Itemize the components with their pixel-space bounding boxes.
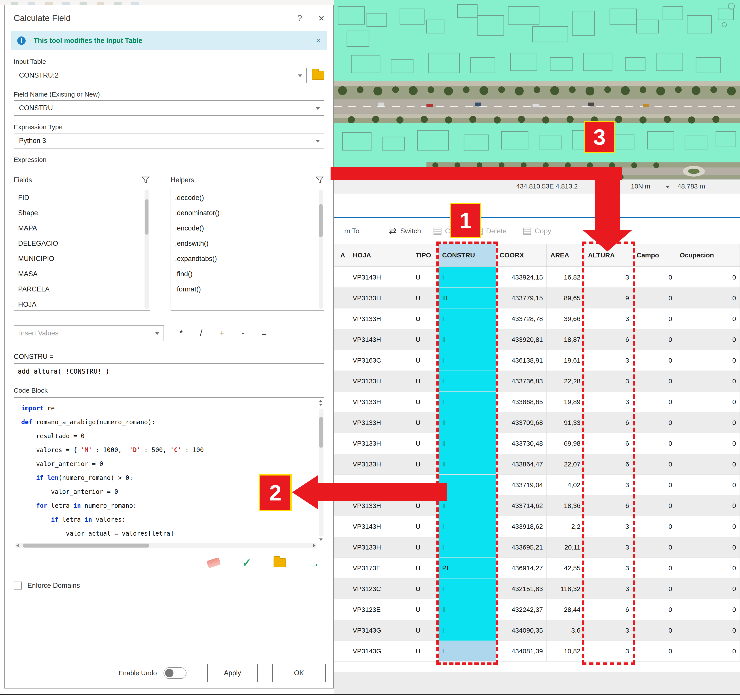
- cell-tipo[interactable]: U: [412, 412, 438, 433]
- table-row[interactable]: VP3133HUIII433779,1589,65900: [334, 288, 740, 309]
- cell-coorx[interactable]: 433920,81: [496, 329, 547, 350]
- cell-campo[interactable]: 0: [633, 309, 676, 329]
- table-row[interactable]: VP3143HUI433918,622,2300: [334, 516, 740, 537]
- cell-altura[interactable]: 3: [584, 558, 633, 578]
- cell-coorx[interactable]: 433918,62: [496, 516, 547, 537]
- cell-constru[interactable]: II: [438, 496, 496, 516]
- table-row[interactable]: VP3143GUI434090,353,6300: [334, 620, 740, 641]
- cell-tipo[interactable]: U: [412, 599, 438, 620]
- column-header-altura[interactable]: ALTURA: [584, 244, 633, 266]
- cell-altura[interactable]: 6: [584, 599, 633, 620]
- eraser-icon[interactable]: [206, 557, 221, 568]
- scroll-down-arrow-icon[interactable]: [319, 538, 322, 541]
- fields-scrollbar[interactable]: [144, 190, 149, 309]
- cell-area[interactable]: 4,02: [547, 475, 584, 495]
- cell-campo[interactable]: 0: [633, 558, 676, 578]
- toolbar-button-m-to[interactable]: m To: [344, 218, 359, 244]
- cell-tipo[interactable]: U: [412, 537, 438, 557]
- cell-a[interactable]: [334, 599, 349, 620]
- table-row[interactable]: VP3143HUI433924,1516,82300: [334, 267, 740, 288]
- cell-ocupacion[interactable]: 0: [676, 475, 740, 495]
- column-header-area[interactable]: AREA: [547, 244, 584, 266]
- cell-hoja[interactable]: VP3133H: [349, 433, 412, 454]
- cell-a[interactable]: [334, 620, 349, 641]
- scroll-left-arrow-icon[interactable]: [16, 544, 19, 547]
- helper-list-item[interactable]: .format(): [175, 281, 316, 297]
- operator-button[interactable]: /: [200, 328, 202, 338]
- import-folder-icon[interactable]: [274, 558, 286, 567]
- help-icon[interactable]: ?: [297, 13, 302, 23]
- cell-area[interactable]: 39,66: [547, 309, 584, 329]
- cell-campo[interactable]: 0: [633, 412, 676, 433]
- cell-ocupacion[interactable]: 0: [676, 391, 740, 412]
- filter-funnel-icon[interactable]: [141, 175, 150, 185]
- table-row[interactable]: VP3133HUI433695,2120,11300: [334, 537, 740, 558]
- cell-coorx[interactable]: 436914,27: [496, 558, 547, 578]
- map-scale[interactable]: 48,783 m: [677, 182, 705, 190]
- cell-coorx[interactable]: 433779,15: [496, 288, 547, 308]
- scrollbar-thumb[interactable]: [319, 417, 323, 448]
- cell-ocupacion[interactable]: 0: [676, 371, 740, 391]
- cell-hoja[interactable]: VP3133H: [349, 391, 412, 412]
- cell-ocupacion[interactable]: 0: [676, 578, 740, 599]
- cell-a[interactable]: [334, 537, 349, 557]
- field-list-item[interactable]: MAPA: [18, 221, 142, 236]
- helpers-list[interactable]: .decode().denominator().encode().endswit…: [171, 188, 324, 311]
- cell-area[interactable]: 22,07: [547, 454, 584, 474]
- banner-close-icon[interactable]: ×: [316, 36, 321, 46]
- table-row[interactable]: VP3143GUI434081,3910,82300: [334, 641, 740, 662]
- cell-altura[interactable]: 6: [584, 412, 633, 433]
- column-header-a[interactable]: A: [334, 244, 349, 266]
- cell-campo[interactable]: 0: [633, 537, 676, 557]
- cell-tipo[interactable]: U: [412, 496, 438, 516]
- toolbar-button-switch[interactable]: ⇄Switch: [389, 218, 421, 244]
- code-lines[interactable]: import redef romano_a_arabigo(numero_rom…: [14, 398, 317, 542]
- cell-constru[interactable]: II: [438, 433, 496, 454]
- cell-coorx[interactable]: 433924,15: [496, 267, 547, 287]
- cell-tipo[interactable]: U: [412, 371, 438, 391]
- cell-campo[interactable]: 0: [633, 350, 676, 371]
- table-row[interactable]: VP3133HUII433714,6218,36600: [334, 496, 740, 516]
- cell-hoja[interactable]: VP3133H: [349, 454, 412, 474]
- cell-ocupacion[interactable]: 0: [676, 496, 740, 516]
- input-table-select[interactable]: CONSTRU:2: [14, 68, 307, 83]
- cell-ocupacion[interactable]: 0: [676, 516, 740, 537]
- table-row[interactable]: VP3143HUII433920,8118,87600: [334, 329, 740, 350]
- cell-a[interactable]: [334, 288, 349, 308]
- scrollbar-thumb[interactable]: [23, 544, 149, 547]
- cell-ocupacion[interactable]: 0: [676, 433, 740, 454]
- cell-area[interactable]: 69,98: [547, 433, 584, 454]
- column-header-campo[interactable]: Campo: [633, 244, 676, 266]
- cell-a[interactable]: [334, 391, 349, 412]
- cell-tipo[interactable]: U: [412, 433, 438, 454]
- operator-button[interactable]: -: [241, 328, 244, 338]
- column-header-tipo[interactable]: TIPO: [412, 244, 438, 266]
- cell-constru[interactable]: I: [438, 371, 496, 391]
- toolbar-button-copy[interactable]: Copy: [523, 218, 551, 244]
- cell-a[interactable]: [334, 350, 349, 371]
- cell-coorx[interactable]: 432151,83: [496, 578, 547, 599]
- cell-area[interactable]: 118,32: [547, 578, 584, 599]
- cell-campo[interactable]: 0: [633, 371, 676, 391]
- column-header-coorx[interactable]: COORX: [496, 244, 547, 266]
- cell-hoja[interactable]: VP3133H: [349, 537, 412, 557]
- cell-tipo[interactable]: U: [412, 475, 438, 495]
- cell-altura[interactable]: 3: [584, 620, 633, 641]
- map-canvas[interactable]: [334, 0, 740, 179]
- cell-area[interactable]: 19,61: [547, 350, 584, 371]
- column-header-ocupacion[interactable]: Ocupacion: [676, 244, 740, 266]
- cell-ocupacion[interactable]: 0: [676, 558, 740, 578]
- helper-list-item[interactable]: .decode(): [175, 190, 316, 205]
- cell-hoja[interactable]: VP3133H: [349, 288, 412, 308]
- table-row[interactable]: VP3123EUII432242,3728,44600: [334, 599, 740, 620]
- cell-tipo[interactable]: U: [412, 558, 438, 578]
- cell-coorx[interactable]: 433736,83: [496, 371, 547, 391]
- cell-a[interactable]: [334, 267, 349, 287]
- cell-tipo[interactable]: U: [412, 516, 438, 537]
- helper-list-item[interactable]: .find(): [175, 266, 316, 281]
- helper-list-item[interactable]: .expandtabs(): [175, 251, 316, 266]
- cell-area[interactable]: 3,6: [547, 620, 584, 641]
- cell-campo[interactable]: 0: [633, 391, 676, 412]
- cell-tipo[interactable]: U: [412, 350, 438, 371]
- cell-constru[interactable]: I: [438, 620, 496, 641]
